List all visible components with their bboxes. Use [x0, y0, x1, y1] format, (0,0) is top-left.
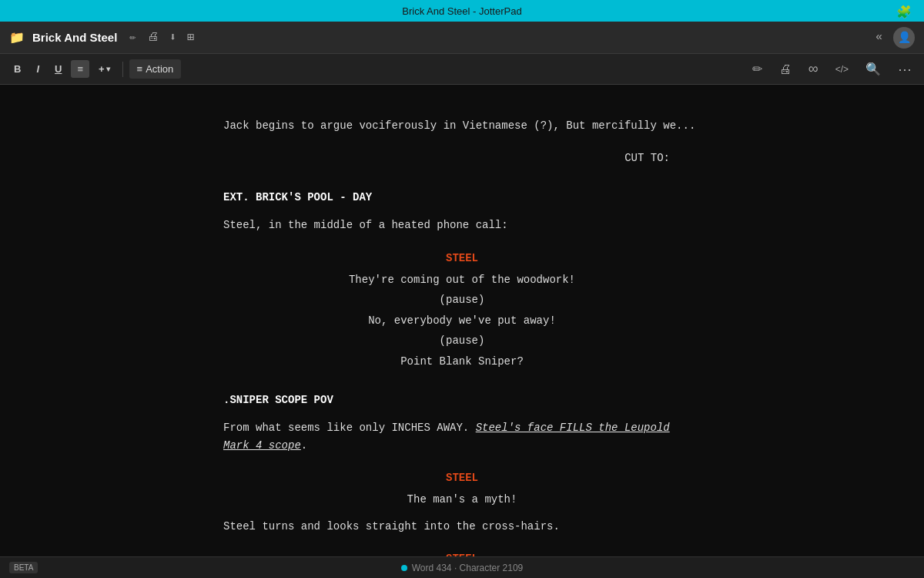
action-line-1: Jack begins to argue vociferously in Vie… — [223, 117, 701, 134]
character-name-3: STEEL — [223, 550, 701, 556]
scene-heading-1: EXT. BRICK'S POOL - DAY — [223, 189, 701, 206]
file-actions: ✏ 🖨 ⬇ ⊞ — [129, 30, 194, 45]
folder-icon[interactable]: 📁 — [9, 30, 25, 45]
action-line-4: Steel turns and looks straight into the … — [223, 518, 701, 535]
edit-mode-button[interactable]: ✏ — [748, 59, 767, 79]
action-post-text: . — [301, 439, 307, 452]
toolbar-right: ✏ 🖨 ∞ </> 🔍 ⋯ — [748, 58, 916, 81]
screenplay-content: Jack begins to argue vociferously in Vie… — [192, 117, 732, 556]
status-bar: BETA Word 434 · Character 2109 — [0, 556, 924, 578]
toolbar: B I U ≡ +▾ ≡ Action ✏ 🖨 ∞ </> 🔍 ⋯ — [0, 54, 924, 85]
search-button[interactable]: 🔍 — [861, 59, 886, 79]
edit-title-icon[interactable]: ✏ — [129, 30, 136, 45]
file-bar: 📁 Brick And Steel ✏ 🖨 ⬇ ⊞ « 👤 — [0, 22, 924, 54]
grid-view-icon[interactable]: ⊞ — [187, 30, 194, 45]
more-options-button[interactable]: ⋯ — [893, 58, 916, 81]
editor-area[interactable]: Jack begins to argue vociferously in Vie… — [0, 85, 924, 556]
print-file-icon[interactable]: 🖨 — [147, 30, 159, 45]
document-title: Brick And Steel — [32, 31, 117, 44]
italic-button[interactable]: I — [30, 60, 45, 78]
scene-heading-2: .SNIPER SCOPE POV — [223, 391, 701, 408]
element-selector[interactable]: ≡ Action — [129, 59, 182, 79]
parenthetical-2: (pause) — [223, 332, 701, 349]
align-button[interactable]: ≡ — [71, 60, 89, 78]
action-line-2: Steel, in the middle of a heated phone c… — [223, 217, 701, 234]
character-name-1: STEEL — [223, 250, 701, 267]
action-line-3: From what seems like only INCHES AWAY. S… — [223, 419, 701, 454]
beta-badge: BETA — [9, 562, 38, 573]
dialogue-3: Point Blank Sniper? — [223, 353, 701, 370]
word-count: Word 434 · Character 2109 — [412, 563, 524, 573]
link-button[interactable]: ∞ — [804, 58, 823, 80]
top-bar: Brick And Steel - JotterPad 🧩 — [0, 0, 924, 22]
download-icon[interactable]: ⬇ — [169, 30, 176, 45]
avatar[interactable]: 👤 — [893, 27, 915, 49]
action-pre-text: From what seems like only INCHES AWAY. — [223, 422, 476, 434]
dialogue-1: They're coming out of the woodwork! — [223, 271, 701, 288]
element-label: Action — [146, 63, 173, 75]
bold-button[interactable]: B — [8, 60, 27, 78]
dialogue-4: The man's a myth! — [223, 491, 701, 508]
status-dot — [401, 565, 407, 571]
extension-icon[interactable]: 🧩 — [896, 5, 912, 20]
code-button[interactable]: </> — [831, 61, 853, 78]
character-name-2: STEEL — [223, 469, 701, 486]
app-title: Brick And Steel - JotterPad — [402, 5, 521, 17]
toolbar-divider — [122, 62, 123, 77]
add-button[interactable]: +▾ — [92, 60, 116, 78]
file-bar-right: « 👤 — [875, 27, 915, 49]
transition-cut: CUT TO: — [223, 150, 701, 166]
dialogue-2: No, everybody we've put away! — [223, 312, 701, 329]
print-button[interactable]: 🖨 — [775, 59, 796, 79]
element-icon: ≡ — [137, 63, 143, 75]
underline-button[interactable]: U — [49, 60, 68, 78]
collapse-panel-icon[interactable]: « — [875, 31, 882, 44]
parenthetical-1: (pause) — [223, 291, 701, 308]
